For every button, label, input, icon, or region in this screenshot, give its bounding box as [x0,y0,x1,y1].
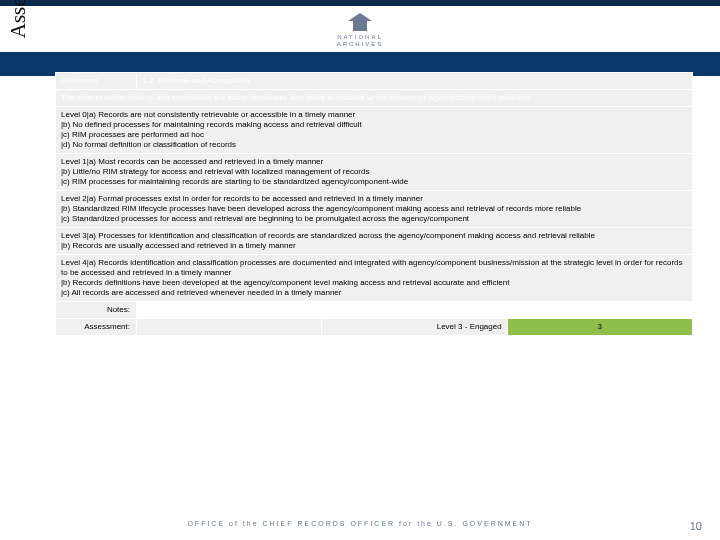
statement-row: Statement 3-2. Retrieval and Accessibili… [56,73,693,90]
level-0-cell: Level 0|a) Records are not consistently … [56,107,693,154]
statement-desc-row: The level to which records and informati… [56,90,693,107]
level-0-item-b: |b) No defined processes for maintaining… [61,120,362,129]
slide-body: Statement 3-2. Retrieval and Accessibili… [55,72,693,502]
assessment-label: Assessment: [56,319,137,336]
eagle-icon [345,11,375,33]
criteria-table: Statement 3-2. Retrieval and Accessibili… [55,72,693,336]
level-2-cell: Level 2|a) Formal processes exist in ord… [56,191,693,228]
level-0-row: Level 0|a) Records are not consistently … [56,107,693,154]
statement-label: Statement [56,73,137,90]
assessment-spacer [137,319,322,336]
level-1-row: Level 1|a) Most records can be accessed … [56,154,693,191]
logo-text-top: NATIONAL [337,34,384,41]
level-4-item-b: |b) Records definitions have been develo… [61,278,509,287]
level-1-item-b: |b) Little/no RIM strategy for access an… [61,167,369,176]
page-number: 10 [690,520,702,532]
logo-strip: NATIONAL ARCHIVES [0,6,720,52]
level-3-item-a: |a) Processes for identification and cla… [87,231,595,240]
level-2-row: Level 2|a) Formal processes exist in ord… [56,191,693,228]
level-2-name: Level 2 [61,194,87,203]
level-1-name: Level 1 [61,157,87,166]
level-0-item-c: |c) RIM processes are performed ad hoc [61,130,204,139]
level-3-row: Level 3|a) Processes for identification … [56,228,693,255]
statement-code: 3-2. Retrieval and Accessibility [137,73,693,90]
level-4-item-a: |a) Records identification and classific… [61,258,683,277]
assessment-row: Assessment: Level 3 - Engaged 3 [56,319,693,336]
level-0-name: Level 0 [61,110,87,119]
notes-row: Notes: [56,302,693,319]
assessment-result: Level 3 - Engaged [322,319,507,336]
level-2-item-c: |c) Standardized processes for access an… [61,214,469,223]
level-3-item-b: |b) Records are usually accessed and ret… [61,241,296,250]
level-0-item-d: |d) No formal definition or classificati… [61,140,236,149]
notes-label: Notes: [56,302,137,319]
statement-description: The level to which records and informati… [56,90,693,107]
level-3-name: Level 3 [61,231,87,240]
level-0-item-a: |a) Records are not consistently retriev… [87,110,355,119]
level-3-cell: Level 3|a) Processes for identification … [56,228,693,255]
notes-body [137,302,693,319]
sidebar-title: Assessment Criteria Example [6,0,32,84]
level-2-item-b: |b) Standardized RIM lifecycle processes… [61,204,581,213]
logo-text-bottom: ARCHIVES [337,41,384,48]
level-4-cell: Level 4|a) Records identification and cl… [56,255,693,302]
level-1-item-c: |c) RIM processes for maintaining record… [61,177,408,186]
assessment-score: 3 [507,319,692,336]
level-4-row: Level 4|a) Records identification and cl… [56,255,693,302]
archives-logo: NATIONAL ARCHIVES [337,11,384,47]
footer-line: OFFICE of the CHIEF RECORDS OFFICER for … [0,520,720,532]
level-4-name: Level 4 [61,258,87,267]
level-4-item-c: |c) All records are accessed and retriev… [61,288,341,297]
level-1-cell: Level 1|a) Most records can be accessed … [56,154,693,191]
level-2-item-a: |a) Formal processes exist in order for … [87,194,423,203]
level-1-item-a: |a) Most records can be accessed and ret… [87,157,323,166]
